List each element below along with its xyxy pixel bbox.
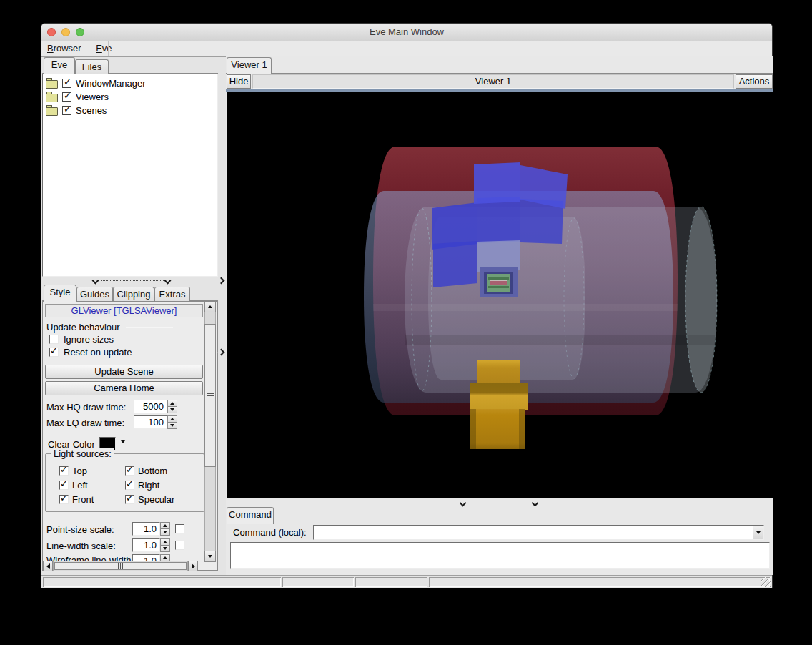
spin-down-button[interactable]	[160, 545, 170, 552]
tab-style[interactable]: Style	[44, 285, 76, 302]
viewport-command-splitter[interactable]	[226, 499, 773, 507]
command-dropdown-button[interactable]	[753, 526, 763, 539]
light-sources-title: Light sources:	[51, 448, 114, 459]
line-width-checkbox[interactable]	[175, 541, 184, 550]
barrel-right-endcap	[685, 207, 717, 393]
title-bar[interactable]: Eve Main Window	[41, 24, 772, 41]
tree-row-scenes[interactable]: ✓ Scenes	[43, 104, 217, 117]
menu-browser[interactable]: Browser	[41, 41, 87, 54]
ignore-sizes-label[interactable]: Ignore sizes	[64, 334, 114, 345]
splitter-chevron-icon	[218, 277, 225, 285]
clear-color-dropdown[interactable]	[121, 440, 125, 443]
tree-style-splitter[interactable]	[42, 277, 218, 285]
window-title: Eve Main Window	[41, 26, 772, 37]
swatch-divider	[119, 437, 119, 450]
status-bar	[41, 575, 772, 588]
style-hscrollbar-thumb[interactable]	[54, 562, 187, 570]
max-hq-label: Max HQ draw time:	[46, 402, 126, 413]
tree-item-label[interactable]: Scenes	[76, 105, 107, 116]
tab-viewer-1[interactable]: Viewer 1	[227, 57, 272, 74]
light-front-checkbox[interactable]: ✓	[59, 495, 69, 504]
gl-scene[interactable]	[227, 92, 773, 498]
point-size-checkbox[interactable]	[175, 524, 184, 533]
tree-checkbox[interactable]: ✓	[62, 79, 71, 88]
glviewer-label: GLViewer [TGLSAViewer]	[71, 305, 177, 316]
up-arrow-icon	[170, 418, 174, 420]
up-arrow-icon	[163, 541, 167, 543]
light-specular-checkbox[interactable]: ✓	[125, 495, 134, 504]
light-top-checkbox[interactable]: ✓	[59, 466, 69, 476]
tree-item-label[interactable]: Viewers	[76, 92, 109, 102]
tab-clipping[interactable]: Clipping	[113, 287, 154, 302]
scroll-up-button[interactable]	[204, 301, 216, 312]
spin-down-button[interactable]	[160, 528, 170, 536]
tree-checkbox[interactable]: ✓	[62, 106, 71, 115]
scroll-left-button[interactable]	[43, 561, 53, 571]
spin-down-button[interactable]	[167, 422, 177, 429]
menu-eve[interactable]: Eve	[90, 41, 117, 54]
down-arrow-icon	[170, 408, 174, 411]
command-output[interactable]	[230, 542, 770, 569]
tab-files[interactable]: Files	[75, 59, 109, 74]
tab-extras[interactable]: Extras	[154, 287, 190, 302]
main-vertical-splitter[interactable]	[218, 56, 226, 575]
status-cell	[355, 577, 427, 587]
tree-row-viewers[interactable]: ✓ Viewers	[43, 90, 217, 104]
viewer-title-bar[interactable]: Viewer 1	[252, 74, 734, 89]
tree-item-label[interactable]: WindowManager	[76, 78, 146, 89]
max-lq-field[interactable]: 100	[134, 415, 167, 429]
status-cell	[282, 577, 354, 587]
reset-on-update-label[interactable]: Reset on update	[64, 347, 132, 358]
gl-viewport[interactable]	[227, 92, 773, 498]
hide-button[interactable]: Hide	[227, 74, 251, 89]
muon-chamber	[433, 241, 477, 287]
line-width-field[interactable]: 1.0	[132, 538, 160, 552]
tab-command[interactable]: Command	[227, 507, 274, 524]
core-stripe-highlight	[490, 280, 508, 281]
thumb-grip-icon	[207, 393, 214, 398]
resize-grip[interactable]	[761, 577, 771, 587]
check-icon: ✓	[60, 464, 68, 475]
light-top-label[interactable]: Top	[72, 466, 87, 476]
light-bottom-label[interactable]: Bottom	[138, 466, 167, 476]
spin-down-button[interactable]	[167, 406, 177, 413]
tab-eve[interactable]: Eve	[44, 57, 75, 74]
command-tabline	[226, 523, 773, 523]
barrel-band	[373, 304, 678, 311]
light-front-label[interactable]: Front	[72, 494, 94, 505]
max-hq-field[interactable]: 5000	[134, 400, 167, 413]
up-arrow-icon	[163, 556, 167, 559]
tree-row-windowmanager[interactable]: ✓ WindowManager	[43, 77, 217, 90]
right-arrow-icon	[192, 563, 195, 569]
menu-bar: Browser Eve	[41, 41, 772, 57]
light-left-checkbox[interactable]: ✓	[59, 481, 69, 490]
scroll-right-button[interactable]	[188, 561, 198, 571]
light-right-checkbox[interactable]: ✓	[125, 481, 134, 490]
update-scene-button[interactable]: Update Scene	[45, 365, 203, 379]
left-arrow-icon	[46, 563, 50, 569]
scroll-down-button[interactable]	[204, 551, 216, 562]
camera-home-button[interactable]: Camera Home	[45, 381, 203, 395]
light-bottom-checkbox[interactable]: ✓	[125, 466, 134, 476]
folder-icon	[46, 107, 58, 116]
command-input[interactable]	[313, 525, 764, 540]
light-left-label[interactable]: Left	[72, 480, 88, 491]
light-specular-label[interactable]: Specular	[138, 494, 174, 505]
dropdown-arrow-icon	[756, 531, 761, 534]
barrel-band	[405, 335, 717, 345]
point-size-field[interactable]: 1.0	[132, 522, 160, 536]
light-right-label[interactable]: Right	[138, 480, 159, 491]
eve-tree-panel: ✓ WindowManager ✓ Viewers ✓ Scenes	[42, 74, 218, 277]
check-icon: ✓	[60, 493, 68, 503]
actions-button[interactable]: Actions	[736, 74, 773, 89]
tree-checkbox[interactable]: ✓	[62, 92, 71, 102]
tab-guides[interactable]: Guides	[76, 287, 113, 302]
folder-icon	[46, 94, 58, 102]
glviewer-header-button[interactable]: GLViewer [TGLSAViewer]	[45, 304, 203, 317]
reset-on-update-checkbox[interactable]: ✓	[49, 348, 59, 357]
style-vscrollbar-thumb[interactable]	[204, 324, 216, 467]
thumb-grip-icon	[118, 563, 123, 569]
check-icon: ✓	[126, 493, 134, 503]
ignore-sizes-checkbox[interactable]	[49, 335, 59, 344]
up-arrow-icon	[163, 524, 167, 527]
